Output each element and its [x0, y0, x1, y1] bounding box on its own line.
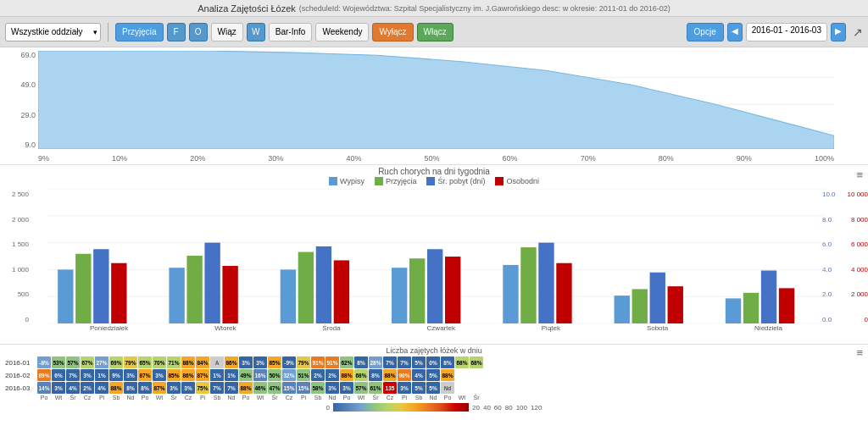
- legend-20: 20: [472, 404, 480, 412]
- heatmap-cell: 86%: [225, 356, 238, 368]
- btn-wiaz[interactable]: Wiąz: [211, 23, 243, 41]
- x-axis-days: Poniedziałek Wtorek Środa Czwartek Piąte…: [47, 324, 826, 332]
- heatmap-cell: 88%: [109, 382, 123, 394]
- heatmap-cell: 65%: [138, 356, 152, 368]
- heatmap-cell: 88%: [383, 369, 397, 381]
- heatmap-cell: 1%: [210, 369, 224, 381]
- heatmap-cell: 3%: [153, 369, 166, 381]
- heatmap-cell: 2%: [326, 369, 339, 381]
- heatmap-cell: 3%: [52, 382, 65, 394]
- heatmap-cell: 7%: [383, 356, 397, 368]
- btn-wlacz[interactable]: Włącz: [417, 23, 453, 41]
- branch-select[interactable]: Wszystkie oddziały: [5, 23, 101, 41]
- settings-icon[interactable]: ↗: [853, 25, 863, 39]
- heatmap-year-label: 2016-02: [5, 372, 37, 379]
- heatmap-cell: 8%: [354, 356, 368, 368]
- heatmap-cell: 4%: [95, 382, 108, 394]
- svg-rect-28: [520, 247, 536, 323]
- svg-rect-24: [409, 258, 425, 323]
- svg-rect-25: [427, 249, 442, 323]
- heatmap-cell: 85%: [268, 356, 281, 368]
- legend-przyjecia-label: Przyjęcia: [386, 177, 417, 185]
- legend-sr-pobyt-color: [426, 177, 435, 185]
- heatmap-cell: 88%: [181, 356, 195, 368]
- heatmap-row-2016-01: 2016-01 -8% 53% 57% 67% 27% 69% 79% 65% …: [5, 356, 863, 368]
- branch-selector-wrapper[interactable]: Wszystkie oddziały: [5, 23, 101, 41]
- legend-100: 100: [516, 404, 527, 412]
- btn-wylacz[interactable]: Wyłącz: [372, 23, 413, 41]
- heatmap-cell: A: [210, 356, 224, 368]
- btn-prev[interactable]: ◀: [727, 23, 743, 41]
- svg-rect-13: [93, 249, 108, 323]
- heatmap-cell: 90%: [398, 369, 411, 381]
- y-axis-top-chart: 69.0 49.0 29.0 9.0: [3, 51, 36, 149]
- heatmap-cell: 70%: [153, 356, 166, 368]
- svg-rect-23: [392, 268, 407, 323]
- heatmap-cell: 7%: [225, 382, 238, 394]
- heatmap-cell: 46%: [253, 382, 267, 394]
- x-axis-top-chart: 9% 10% 20% 30% 40% 50% 60% 70% 80% 90% 1…: [38, 154, 834, 163]
- heatmap-cell: 2%: [311, 369, 325, 381]
- svg-rect-35: [726, 298, 741, 323]
- svg-rect-12: [75, 254, 91, 323]
- heatmap-row-2016-03: 2016-03 14% 3% 4% 2% 4% 88% 8% 8% 87% 3%…: [5, 382, 863, 394]
- svg-rect-22: [334, 260, 349, 323]
- heatmap-cell: 68%: [455, 356, 469, 368]
- svg-rect-11: [58, 269, 73, 323]
- heatmap-cell: 57%: [354, 382, 368, 394]
- btn-przyjecia[interactable]: Przyjęcia: [115, 23, 164, 41]
- btn-bar-info[interactable]: Bar-Info: [269, 23, 313, 41]
- heatmap-cell: 27%: [95, 356, 108, 368]
- heatmap-cell: 88%: [441, 369, 454, 381]
- heatmap-cell: 8%: [369, 369, 382, 381]
- svg-rect-15: [169, 268, 184, 323]
- heatmap-cell: 57%: [66, 356, 80, 368]
- heatmap-cell: 135: [383, 382, 397, 394]
- heatmap-cell: 61%: [369, 382, 382, 394]
- chart-menu-icon[interactable]: ≡: [856, 169, 863, 181]
- heatmap-cell: 86%: [181, 369, 195, 381]
- svg-rect-19: [281, 269, 296, 323]
- heatmap-cell: 75%: [196, 382, 209, 394]
- heatmap-menu-icon[interactable]: ≡: [856, 346, 863, 359]
- btn-f[interactable]: F: [167, 23, 186, 41]
- heatmap-cell: 53%: [52, 356, 65, 368]
- legend-przyjecia: Przyjęcia: [375, 177, 417, 185]
- heatmap-cell: 28%: [369, 356, 382, 368]
- svg-rect-16: [186, 256, 202, 323]
- heatmap-cell: 3%: [239, 356, 253, 368]
- toolbar-separator: [108, 23, 108, 41]
- svg-rect-30: [556, 263, 571, 323]
- svg-rect-33: [650, 273, 665, 323]
- heatmap-cell: 8%: [441, 356, 454, 368]
- svg-rect-17: [204, 243, 220, 323]
- legend-120: 120: [531, 404, 542, 412]
- chart-legend: Wypisy Przyjęcia Śr. pobyt (dni) Osobodn…: [0, 177, 868, 185]
- heatmap-cell: 84%: [196, 356, 209, 368]
- toolbar-right: Opcje ◀ 2016-01 - 2016-03 ▶ ↗: [687, 23, 863, 41]
- heatmap-legend: 0 20 40 60 80 100 120: [5, 403, 863, 412]
- main-content: 69.0 49.0 29.0 9.0 9% 10% 20% 30% 40% 50…: [0, 47, 868, 431]
- legend-osobodni-label: Osobodni: [506, 177, 539, 185]
- heatmap-cell: 5%: [412, 382, 426, 394]
- heatmap-cell: 50%: [268, 369, 281, 381]
- heatmap-cell: 89%: [37, 369, 51, 381]
- heatmap-cell: 3%: [340, 382, 353, 394]
- legend-wypisy-label: Wypisy: [340, 177, 364, 185]
- btn-o[interactable]: O: [189, 23, 208, 41]
- page-title-bar: Analiza Zajętości Łózek (scheduleId: Woj…: [0, 0, 868, 17]
- svg-rect-37: [761, 270, 776, 323]
- btn-w[interactable]: W: [247, 23, 265, 41]
- heatmap-cell: 71%: [167, 356, 181, 368]
- heatmap-cell: 7%: [66, 369, 80, 381]
- heatmap-cell: 58%: [311, 382, 325, 394]
- heatmap-cells-2016-02: 89% 6% 7% 3% 1% 9% 3% 87% 3% 85% 86% 87%…: [37, 369, 863, 381]
- btn-next[interactable]: ▶: [831, 23, 846, 41]
- svg-rect-31: [615, 296, 630, 323]
- heatmap-cell: 88%: [239, 382, 253, 394]
- heatmap-cell: Nd: [441, 382, 454, 394]
- btn-weekendy[interactable]: Weekendy: [315, 23, 369, 41]
- svg-rect-34: [668, 286, 683, 323]
- btn-opcje[interactable]: Opcje: [687, 23, 724, 41]
- svg-rect-21: [316, 246, 331, 323]
